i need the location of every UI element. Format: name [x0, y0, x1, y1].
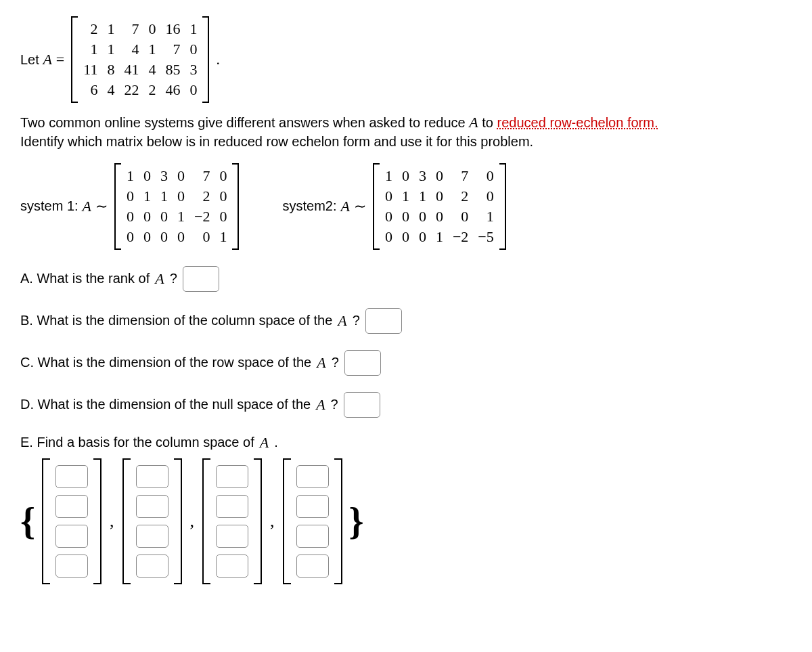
- let-label: Let: [20, 52, 39, 68]
- matrix-system-1: 1030700110200001−20000001: [114, 163, 239, 250]
- description-text: Two common online systems give different…: [20, 112, 792, 151]
- colspace-dim-input[interactable]: [365, 308, 402, 334]
- rref-link[interactable]: reduced row-echelon form.: [497, 115, 658, 130]
- basis-vector-1: [42, 458, 102, 584]
- question-E: E. Find a basis for the column space of …: [20, 434, 792, 584]
- rowspace-dim-input[interactable]: [344, 350, 381, 376]
- basis-v4-r2-input[interactable]: [296, 495, 329, 518]
- basis-v4-r4-input[interactable]: [296, 555, 329, 578]
- basis-v1-r4-input[interactable]: [55, 555, 88, 578]
- basis-v2-r3-input[interactable]: [136, 525, 168, 548]
- question-D: D. What is the dimension of the null spa…: [20, 392, 792, 418]
- equals-sign: =: [52, 51, 68, 68]
- basis-v3-r2-input[interactable]: [216, 495, 248, 518]
- basis-v4-r1-input[interactable]: [296, 465, 329, 488]
- var-A: A: [43, 51, 51, 68]
- basis-vector-set: { , ,: [20, 458, 792, 584]
- basis-vector-4: [283, 458, 342, 584]
- open-brace: {: [20, 502, 35, 540]
- basis-vector-2: [122, 458, 182, 584]
- basis-v1-r3-input[interactable]: [55, 525, 88, 548]
- basis-vector-3: [202, 458, 262, 584]
- basis-v3-r4-input[interactable]: [216, 555, 248, 578]
- systems-row: system 1: A ∼ 1030700110200001−20000001 …: [20, 163, 792, 250]
- basis-v4-r3-input[interactable]: [296, 525, 329, 548]
- matrix-A: 217016111417011841485364222460: [71, 16, 209, 103]
- basis-v2-r1-input[interactable]: [136, 465, 168, 488]
- basis-v3-r1-input[interactable]: [216, 465, 248, 488]
- basis-v1-r1-input[interactable]: [55, 465, 88, 488]
- question-A: A. What is the rank of A ?: [20, 266, 792, 292]
- system-1: system 1: A ∼ 1030700110200001−20000001: [20, 163, 242, 250]
- system-2: system2: A ∼ 1030700110200000010001−2−5: [282, 163, 508, 250]
- basis-v2-r2-input[interactable]: [136, 495, 168, 518]
- definition-row: Let A = 217016111417011841485364222460 .: [20, 16, 792, 103]
- rank-input[interactable]: [183, 266, 219, 292]
- close-brace: }: [349, 502, 364, 540]
- period: .: [216, 51, 220, 68]
- question-B: B. What is the dimension of the column s…: [20, 308, 792, 334]
- basis-v1-r2-input[interactable]: [55, 495, 88, 518]
- matrix-system-2: 1030700110200000010001−2−5: [373, 163, 506, 250]
- basis-v3-r3-input[interactable]: [216, 525, 248, 548]
- question-C: C. What is the dimension of the row spac…: [20, 350, 792, 376]
- basis-v2-r4-input[interactable]: [136, 555, 168, 578]
- nullspace-dim-input[interactable]: [344, 392, 380, 418]
